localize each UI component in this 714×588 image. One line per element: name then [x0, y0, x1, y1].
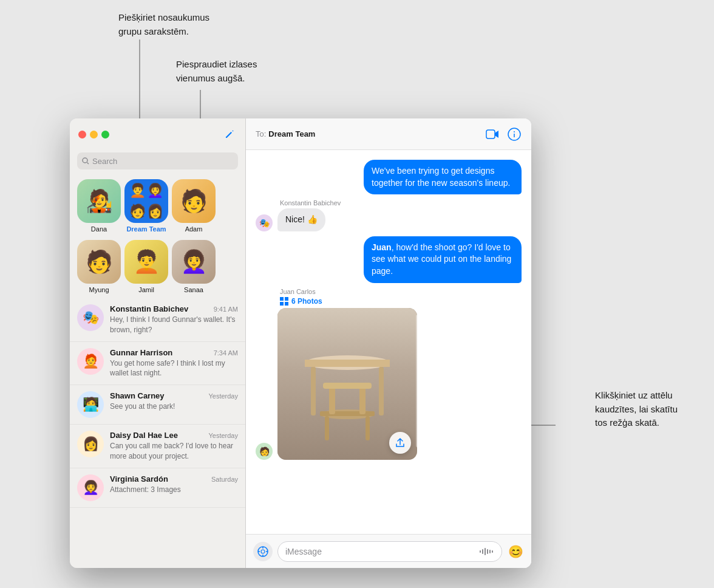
app-window: Search 🧑‍🎤 Dana 🧑‍🦱 👩‍🦱 🧑 👩 [70, 118, 531, 568]
message-with-avatar-konstantin: 🎭 Nice! 👍 [256, 208, 325, 231]
message-outgoing-1: We've been trying to get designs togethe… [256, 160, 522, 194]
grid-icon [280, 297, 288, 306]
pinned-label-jamil: Jamil [138, 286, 154, 293]
conv-content-shawn: Shawn Carney Yesterday See you at the pa… [110, 391, 238, 412]
svg-rect-22 [323, 383, 372, 389]
conv-avatar-gunnar: 🧑‍🦰 [77, 348, 104, 375]
conv-item-daisy[interactable]: 👩 Daisy Dal Hae Lee Yesterday Can you ca… [70, 425, 245, 468]
info-button[interactable] [507, 127, 522, 142]
compose-button[interactable] [222, 127, 237, 142]
pinned-label-sanaa: Sanaa [184, 286, 203, 293]
photo-share-button[interactable] [389, 432, 411, 454]
messages-container: We've been trying to get designs togethe… [246, 150, 531, 534]
input-bar: iMessage 😊 [246, 534, 531, 568]
pinned-label-myung: Myung [89, 286, 109, 293]
conv-preview-shawn: See you at the park! [110, 402, 238, 412]
svg-rect-15 [305, 360, 390, 367]
message-incoming-konstantin: Konstantin Babichev 🎭 Nice! 👍 [256, 199, 522, 231]
callout-1: Piešķiriet nosaukumus grupu sarakstēm. [118, 11, 209, 38]
bubble-incoming-konstantin: Nice! 👍 [277, 208, 325, 231]
pinned-label-dream-team: Dream Team [126, 225, 166, 233]
conv-item-gunnar[interactable]: 🧑‍🦰 Gunnar Harrison 7:34 AM You get home… [70, 342, 245, 386]
pinned-row-1: 🧑‍🎤 Dana 🧑‍🦱 👩‍🦱 🧑 👩 Dream Team 🧑 [70, 174, 245, 238]
pinned-item-adam[interactable]: 🧑 Adam [172, 179, 216, 233]
search-bar[interactable]: Search [77, 152, 238, 169]
message-input[interactable]: iMessage [277, 541, 502, 562]
conv-time-gunnar: 7:34 AM [214, 349, 238, 357]
callout-2: Piespraudiet izlases vienumus augšā. [176, 58, 257, 85]
tapback-container: Nice! 👍 [277, 208, 325, 231]
callout-3: Klikšķiniet uz attēlu kaudzītes, lai ska… [595, 389, 678, 430]
conv-avatar-virginia: 👩‍🦱 [77, 474, 104, 501]
conv-item-virginia[interactable]: 👩‍🦱 Virginia Sardón Saturday Attachment:… [70, 468, 245, 508]
conv-name-shawn: Shawn Carney [110, 391, 165, 400]
svg-rect-19 [320, 411, 375, 416]
pinned-label-dana: Dana [91, 225, 107, 233]
photo-stack[interactable] [277, 308, 417, 460]
chair-illustration [296, 326, 399, 448]
svg-rect-33 [487, 549, 488, 554]
pinned-item-myung[interactable]: 🧑 Myung [77, 240, 121, 293]
svg-rect-10 [280, 297, 284, 301]
msg-avatar-juan: 🧑 [256, 443, 273, 460]
conv-name-virginia: Virginia Sardón [110, 474, 168, 484]
search-icon [82, 157, 89, 165]
emoji-button[interactable]: 😊 [507, 543, 524, 560]
svg-point-4 [83, 158, 87, 163]
conv-time-virginia: Saturday [211, 476, 238, 483]
pinned-item-dana[interactable]: 🧑‍🎤 Dana [77, 179, 121, 233]
svg-rect-11 [285, 297, 288, 301]
pinned-item-sanaa[interactable]: 👩‍🦱 Sanaa [172, 240, 216, 293]
conv-name-konstantin: Konstantin Babichev [110, 304, 188, 313]
bubble-outgoing-2: Juan, how'd the shoot go? I'd love to se… [364, 236, 522, 283]
pinned-row-2: 🧑 Myung 🧑‍🦱 Jamil 👩‍🦱 Sanaa [70, 238, 245, 298]
message-outgoing-2: Juan, how'd the shoot go? I'd love to se… [256, 236, 522, 283]
conv-item-shawn[interactable]: 🧑‍💻 Shawn Carney Yesterday See you at th… [70, 385, 245, 425]
titlebar [70, 118, 245, 150]
chat-to-label: To: [256, 129, 266, 138]
photo-sender-name: Juan Carlos [280, 288, 316, 295]
close-button[interactable] [78, 131, 86, 138]
svg-rect-6 [486, 130, 495, 138]
svg-rect-23 [325, 416, 329, 440]
video-call-button[interactable] [485, 127, 500, 142]
apps-button[interactable] [253, 542, 273, 561]
chat-header-icons [485, 127, 522, 142]
conv-content-konstantin: Konstantin Babichev 9:41 AM Hey, I think… [110, 304, 238, 335]
sender-name-konstantin: Konstantin Babichev [280, 199, 341, 207]
chat-header: To: Dream Team [246, 118, 531, 150]
svg-rect-24 [365, 416, 370, 440]
msg-avatar-konstantin: 🎭 [256, 214, 273, 231]
audio-waveform-icon [480, 547, 494, 556]
bubble-outgoing-1: We've been trying to get designs togethe… [364, 160, 522, 194]
chat-recipient: Dream Team [268, 129, 485, 138]
pinned-item-jamil[interactable]: 🧑‍🦱 Jamil [124, 240, 168, 293]
conversation-list: 🎭 Konstantin Babichev 9:41 AM Hey, I thi… [70, 298, 245, 568]
svg-rect-34 [489, 550, 491, 553]
search-placeholder: Search [92, 157, 117, 166]
conv-preview-virginia: Attachment: 3 Images [110, 485, 238, 495]
message-with-avatar-juan: 🧑 [256, 308, 417, 460]
conv-preview-konstantin: Hey, I think I found Gunnar's wallet. It… [110, 315, 238, 335]
conv-time-konstantin: 9:41 AM [214, 306, 238, 313]
conv-content-gunnar: Gunnar Harrison 7:34 AM You get home saf… [110, 348, 238, 379]
svg-rect-16 [311, 367, 316, 415]
imessage-placeholder: iMessage [285, 547, 480, 556]
chat-area: To: Dream Team [246, 118, 531, 568]
minimize-button[interactable] [90, 131, 98, 138]
svg-point-9 [514, 131, 515, 132]
pinned-avatar-adam: 🧑 [172, 179, 216, 223]
svg-rect-12 [280, 302, 284, 306]
pinned-item-dream-team[interactable]: 🧑‍🦱 👩‍🦱 🧑 👩 Dream Team [124, 179, 168, 233]
svg-rect-32 [484, 548, 486, 555]
svg-rect-31 [482, 549, 483, 554]
conv-item-konstantin[interactable]: 🎭 Konstantin Babichev 9:41 AM Hey, I thi… [70, 298, 245, 342]
svg-rect-17 [379, 367, 384, 415]
conv-avatar-shawn: 🧑‍💻 [77, 391, 104, 418]
pinned-label-adam: Adam [185, 225, 203, 233]
maximize-button[interactable] [101, 131, 109, 138]
traffic-lights [78, 131, 109, 138]
pinned-avatar-myung: 🧑 [77, 240, 121, 284]
svg-line-5 [87, 163, 89, 165]
photo-count-label: 6 Photos [291, 297, 322, 306]
